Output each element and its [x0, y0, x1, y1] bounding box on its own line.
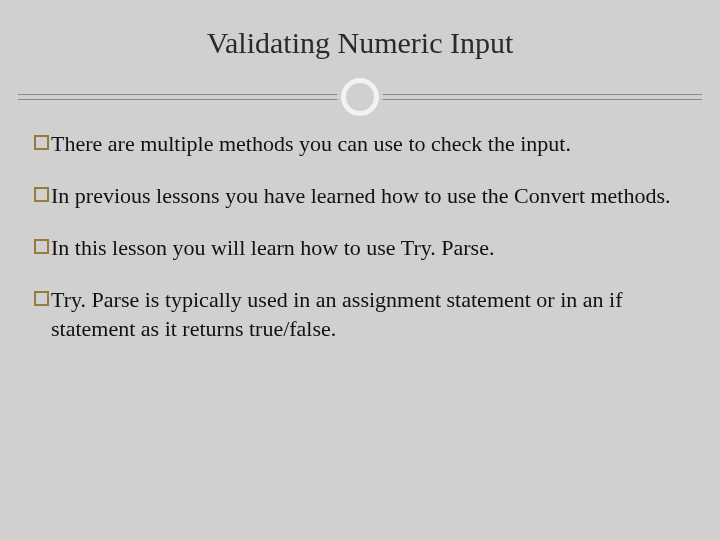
bullet-text: There are multiple methods you can use t…	[51, 130, 690, 158]
bullet-text: Try. Parse is typically used in an assig…	[51, 286, 690, 342]
bullet-item: In previous lessons you have learned how…	[34, 182, 690, 210]
slide: Validating Numeric Input There are multi…	[4, 4, 716, 536]
slide-content: There are multiple methods you can use t…	[4, 130, 716, 343]
bullet-square-icon	[34, 291, 49, 306]
circle-icon	[341, 78, 379, 116]
bullet-text: In previous lessons you have learned how…	[51, 182, 690, 210]
bullet-square-icon	[34, 135, 49, 150]
bullet-square-icon	[34, 187, 49, 202]
bullet-item: In this lesson you will learn how to use…	[34, 234, 690, 262]
bullet-item: There are multiple methods you can use t…	[34, 130, 690, 158]
bullet-text: In this lesson you will learn how to use…	[51, 234, 690, 262]
title-divider	[4, 78, 716, 118]
bullet-item: Try. Parse is typically used in an assig…	[34, 286, 690, 342]
slide-title: Validating Numeric Input	[4, 4, 716, 78]
bullet-square-icon	[34, 239, 49, 254]
